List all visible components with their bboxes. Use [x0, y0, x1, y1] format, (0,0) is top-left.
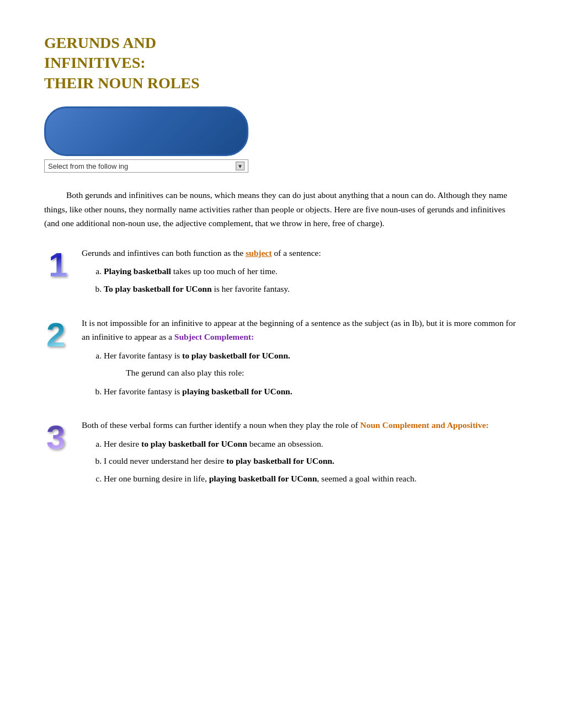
section-2: 2 It is not impossible for an infinitive…: [44, 316, 519, 402]
section-1-list: Playing basketball takes up too much of …: [104, 264, 519, 296]
intro-paragraph: Both gerunds and infinitives can be noun…: [44, 188, 519, 231]
list-item: Her desire to play basketball for UConn …: [104, 437, 519, 451]
section-2-list-a: Her favorite fantasy is to play basketba…: [104, 349, 519, 363]
section-1-content: Gerunds and infintives can both function…: [82, 246, 519, 299]
svg-text:3: 3: [46, 418, 65, 453]
subject-complement-highlight: Subject Complement:: [174, 332, 254, 341]
page-title: Gerunds and Infinitives: Their Noun Role…: [44, 33, 519, 93]
list-item: Playing basketball takes up too much of …: [104, 264, 519, 279]
svg-text:1: 1: [49, 245, 67, 280]
section-2-content: It is not impossible for an infinitive t…: [82, 316, 519, 402]
svg-text:2: 2: [46, 315, 65, 350]
section-3: 3 Both of these verbal forms can further…: [44, 418, 519, 489]
section-3-content: Both of these verbal forms can further i…: [82, 418, 519, 489]
section-3-list: Her desire to play basketball for UConn …: [104, 437, 519, 486]
list-item: To play basketball for UConn is her favo…: [104, 282, 519, 296]
dropdown-wrapper[interactable]: Select from the follow ing ▼: [44, 159, 248, 173]
noun-complement-highlight: Noun Complement and Appositive:: [360, 420, 488, 430]
video-placeholder[interactable]: [44, 106, 248, 156]
number-3-icon: 3: [44, 418, 73, 451]
dropdown-label: Select from the follow ing: [48, 162, 236, 170]
list-item: Her favorite fantasy is to play basketba…: [104, 349, 519, 363]
section-1: 1 Gerunds and infintives can both functi…: [44, 246, 519, 299]
media-container: Select from the follow ing ▼: [44, 106, 519, 173]
number-2-icon: 2: [44, 316, 73, 349]
subject-highlight: subject: [246, 248, 272, 258]
dropdown-arrow-icon[interactable]: ▼: [236, 162, 245, 170]
sub-note: The gerund can also play this role:: [126, 366, 519, 380]
section-2-list-b: Her favorite fantasy is playing basketba…: [104, 384, 519, 399]
list-item: Her one burning desire in life, playing …: [104, 472, 519, 486]
list-item: I could never understand her desire to p…: [104, 454, 519, 468]
number-1-icon: 1: [44, 246, 73, 279]
list-item: Her favorite fantasy is playing basketba…: [104, 384, 519, 399]
